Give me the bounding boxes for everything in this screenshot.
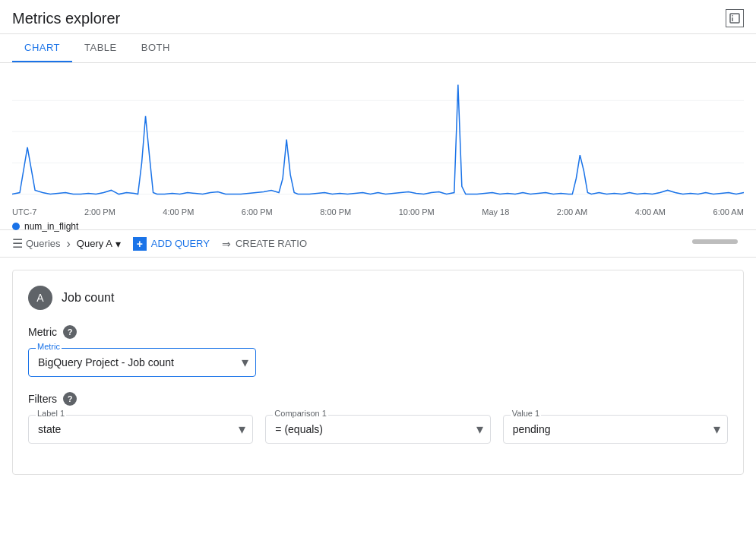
legend-label: num_in_flight [24, 221, 78, 232]
x-label-5: 10:00 PM [399, 207, 435, 217]
label1-field: Label 1 state ▾ [28, 415, 253, 444]
query-panel: A Job count Metric ? Metric BigQuery Pro… [12, 270, 744, 475]
filters-help-icon[interactable]: ? [63, 392, 77, 406]
chart-area: UTC-7 2:00 PM 4:00 PM 6:00 PM 8:00 PM 10… [0, 63, 756, 230]
x-label-8: 4:00 AM [635, 207, 666, 217]
metric-select[interactable]: BigQuery Project - Job count [28, 348, 256, 377]
metric-section-label: Metric ? [28, 325, 728, 339]
label1-select[interactable]: state [28, 415, 253, 444]
x-label-7: 2:00 AM [557, 207, 587, 217]
x-label-6: May 18 [482, 207, 509, 217]
query-avatar: A [28, 286, 52, 310]
chart-legend: num_in_flight [12, 218, 744, 238]
query-header: A Job count [28, 286, 728, 310]
metric-field-label: Metric [36, 342, 62, 351]
comparison1-label: Comparison 1 [273, 409, 327, 418]
page-header: Metrics explorer [0, 0, 756, 34]
value1-field: Value 1 pending ▾ [503, 415, 728, 444]
filters-row: Label 1 state ▾ Comparison 1 = (equals) … [28, 415, 728, 444]
chart-scrollbar[interactable] [692, 239, 738, 244]
page-title: Metrics explorer [12, 10, 120, 27]
value1-label: Value 1 [511, 409, 542, 418]
metric-select-container: Metric BigQuery Project - Job count ▾ [28, 348, 256, 377]
filters-section-label: Filters ? [28, 392, 728, 406]
filters-section: Filters ? Label 1 state ▾ Comparison 1 [28, 392, 728, 444]
scrollbar-area[interactable] [12, 238, 744, 245]
tab-both[interactable]: BOTH [129, 34, 182, 62]
metric-section: Metric ? Metric BigQuery Project - Job c… [28, 325, 728, 377]
info-icon[interactable] [726, 9, 744, 27]
comparison1-field: Comparison 1 = (equals) ▾ [265, 415, 490, 444]
filters-label-text: Filters [28, 393, 57, 405]
tab-table[interactable]: TABLE [72, 34, 129, 62]
metric-help-icon[interactable]: ? [63, 325, 77, 339]
legend-dot [12, 223, 20, 230]
x-label-9: 6:00 AM [713, 207, 744, 217]
tab-chart[interactable]: CHART [12, 34, 72, 62]
x-label-1: 2:00 PM [84, 207, 115, 217]
x-label-4: 8:00 PM [320, 207, 351, 217]
value1-select[interactable]: pending [503, 415, 728, 444]
comparison1-select[interactable]: = (equals) [265, 415, 490, 444]
x-label-2: 4:00 PM [163, 207, 194, 217]
label1-label: Label 1 [36, 409, 66, 418]
metric-label-text: Metric [28, 326, 57, 338]
tabs-bar: CHART TABLE BOTH [0, 34, 756, 63]
x-label-3: 6:00 PM [242, 207, 273, 217]
x-label-0: UTC-7 [12, 207, 36, 217]
svg-rect-0 [730, 14, 739, 23]
query-panel-title: Job count [62, 291, 114, 305]
chart-svg [12, 69, 744, 206]
x-axis-labels: UTC-7 2:00 PM 4:00 PM 6:00 PM 8:00 PM 10… [12, 206, 744, 218]
